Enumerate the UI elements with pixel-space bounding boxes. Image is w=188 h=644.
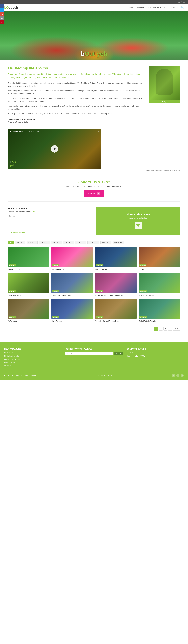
comment-heading: Submit a Comment — [8, 207, 92, 210]
footer-col-search: SEARCH (partial, plural) Search — [65, 348, 122, 367]
nav-search-icon[interactable]: 🔍 — [181, 6, 184, 9]
sidebar-twitter-button[interactable]: t — [0, 8, 4, 12]
hero-logo-text: bOut yeh — [81, 50, 107, 57]
footer-social-t-icon[interactable]: t — [176, 374, 179, 377]
gallery-item[interactable]: bout yeh I want to live in Barcelona. — [51, 273, 93, 296]
top-bar-social-icons: f t ◉ Phone — [176, 1, 185, 3]
submit-comment-button[interactable]: Submit Comment — [8, 230, 28, 235]
gallery-item[interactable]: b Out yeh Global Bubble Parade. — [139, 299, 180, 322]
filter-tab-dec-2016[interactable]: Dec 2016 — [39, 241, 50, 244]
footer-help-link[interactable]: Addictions — [4, 364, 61, 367]
page-button-1[interactable]: 1 — [154, 326, 158, 330]
gallery-thumbnail: bout yeh — [8, 247, 49, 267]
say-hi-button[interactable]: Say Hi! + — [84, 190, 105, 197]
comment-logged-info: Logged in as Stephen Bradley. Log out? — [8, 210, 92, 212]
footer-email-link[interactable]: Email: click here — [127, 352, 184, 354]
nav-be-in-bout-yeh[interactable]: Be in Bout Yeh ▾ — [147, 6, 161, 9]
gallery-caption: I love Belfast. — [51, 320, 93, 322]
story-image-wrap: b Out yeh — [149, 66, 180, 123]
topbar-rss-icon[interactable]: ◉ — [178, 1, 180, 3]
footer-nav-contact[interactable]: Contact — [31, 374, 37, 376]
say-hi-label: Say Hi! — [88, 192, 95, 195]
gallery-thumbnail: b Out yeh — [139, 299, 180, 319]
topbar-twitter-icon[interactable]: t — [177, 1, 177, 3]
gallery-item[interactable]: bout yeh Hitting the trails. — [95, 247, 137, 271]
filter-tab-aug-2017[interactable]: Aug 2017 — [26, 241, 38, 244]
scroll-down-button[interactable] — [135, 222, 142, 229]
video-container[interactable]: Turn your life around - like Chanelle. ⬆… — [8, 129, 101, 169]
gallery-caption: Global Bubble Parade. — [139, 320, 180, 322]
comment-section: Submit a Comment Logged in as Stephen Br… — [8, 207, 92, 235]
filter-tab-apr-2017[interactable]: Apr 2017 — [15, 241, 25, 244]
gallery-item[interactable]: bout yeh Mandolin Girl and Frisbee Dad. — [95, 299, 137, 322]
filter-tab-feb-2017[interactable]: Feb 2017 — [51, 241, 62, 244]
footer-social-f-icon[interactable]: f — [172, 374, 175, 377]
nav-about[interactable]: About — [164, 6, 169, 9]
pagination: 1234Next — [8, 326, 180, 330]
comment-textarea[interactable] — [8, 214, 92, 228]
gallery-thumbnail: bout yeh — [51, 273, 93, 293]
play-triangle-icon — [54, 148, 56, 150]
footer-help-link[interactable]: Mental health charity — [4, 355, 61, 358]
sidebar-pinterest-button[interactable]: P — [0, 20, 4, 24]
nav-services[interactable]: Services ▾ — [136, 6, 144, 9]
footer-nav-be-in-bout-yeh[interactable]: Be in Bout Yeh — [11, 374, 22, 376]
sidebar-facebook-button[interactable]: f — [0, 4, 4, 8]
footer-nav-about[interactable]: About — [24, 374, 29, 376]
nav-home[interactable]: Home — [128, 6, 133, 9]
gallery-item[interactable]: bout yeh Belfast Pride 2017 — [51, 247, 93, 271]
video-logo-yeh: yeh — [10, 164, 14, 167]
site-logo[interactable]: bOut yeh — [4, 6, 18, 10]
story-text-block: I turned my life around. Single mum Chan… — [8, 66, 144, 123]
gallery-item[interactable]: bout yeh I love Belfast. — [51, 299, 93, 322]
page-button-next[interactable]: Next — [173, 326, 180, 330]
footer-search-button[interactable]: Search — [114, 352, 123, 355]
gallery-item[interactable]: bout yeh We're loving life. — [8, 299, 49, 322]
gallery-caption: Mandolin Girl and Frisbee Dad. — [95, 320, 137, 322]
footer-social-rss-icon[interactable]: rss — [181, 374, 184, 377]
gallery-thumbnail: bout yeh — [139, 247, 180, 267]
gallery-item[interactable]: bout yeh I turned my life around. — [8, 273, 49, 296]
page-button-3[interactable]: 3 — [164, 326, 168, 330]
footer-social-icons: ftrss — [172, 374, 184, 377]
video-credit: photography: Stephen S T Bradley; for Bo… — [8, 170, 180, 172]
gallery-caption: I turned my life around. — [8, 294, 49, 296]
footer-help-link[interactable]: Employment and jobs — [4, 358, 61, 361]
footer-nav-home[interactable]: Home — [4, 374, 9, 376]
filter-tab-june-2017[interactable]: June 2017 — [87, 241, 99, 244]
gallery-label: bout yeh — [96, 290, 103, 292]
gallery-item[interactable]: bout yeh Jamies art. — [139, 247, 180, 271]
video-section: Turn your life around - like Chanelle. ⬆… — [8, 129, 180, 172]
video-share-icon[interactable]: ⬆ — [97, 130, 99, 132]
footer-help-link[interactable]: Homelessness — [4, 361, 61, 364]
main-content: I turned my life around. Single mum Chan… — [3, 60, 185, 342]
gallery-label: bout yeh — [52, 264, 59, 266]
topbar-facebook-icon[interactable]: f — [176, 1, 176, 3]
gallery-item[interactable]: bout yeh Beauty in nature. — [8, 247, 49, 271]
hero-logo-b: b — [81, 50, 85, 57]
filter-tab-may-2017[interactable]: May 2017 — [113, 241, 124, 244]
gallery-item[interactable]: b Out yeh Very creative family. — [139, 273, 180, 296]
nav-contact[interactable]: Contact — [172, 6, 178, 9]
page-button-2[interactable]: 2 — [159, 326, 163, 330]
gallery-label: bout yeh — [9, 264, 16, 266]
gallery-item[interactable]: bout yeh I'm the guy with the pink megap… — [95, 273, 137, 296]
filter-tab-all[interactable]: All — [8, 241, 13, 244]
gallery-thumbnail: bout yeh — [8, 273, 49, 293]
sidebar-googleplus-button[interactable]: g+ — [0, 12, 4, 16]
filter-tab-july-2017[interactable]: July 2017 — [75, 241, 86, 244]
video-logo-o: O — [12, 161, 14, 164]
page-button-4[interactable]: 4 — [168, 326, 172, 330]
story-image-label: b Out yeh — [149, 100, 180, 103]
filter-tab-mar-2017[interactable]: Mar 2017 — [100, 241, 111, 244]
comment-logout-link[interactable]: Log out? — [32, 210, 38, 212]
filter-tab-jan-2017[interactable]: Jan 2017 — [63, 241, 74, 244]
video-play-button[interactable] — [51, 145, 58, 152]
footer-help-link[interactable]: Mental health issues — [4, 352, 61, 354]
footer-search-input[interactable] — [65, 352, 113, 355]
sidebar-email-button[interactable]: ✉ — [0, 16, 4, 20]
gallery-label: bout yeh — [96, 264, 103, 266]
gallery-label: bout yeh — [52, 290, 59, 292]
story-section: I turned my life around. Single mum Chan… — [8, 66, 180, 123]
footer-grid: HELP AND ADVICE Mental health issuesMent… — [4, 348, 184, 372]
